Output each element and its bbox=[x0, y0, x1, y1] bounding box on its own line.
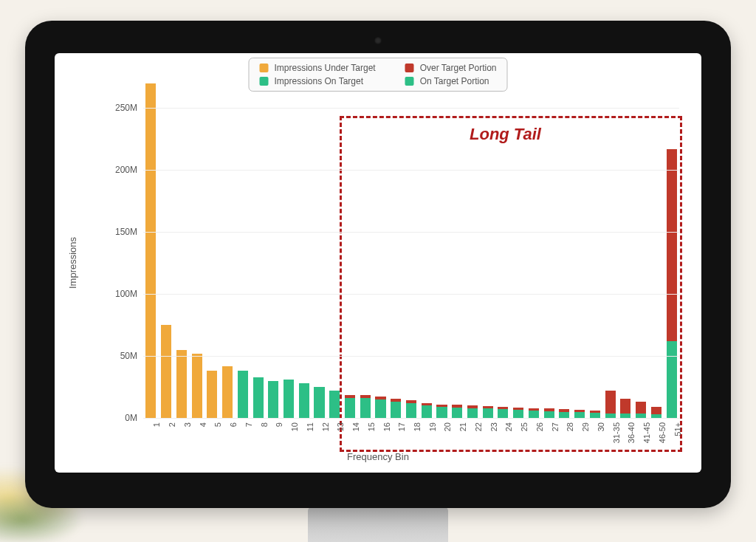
bar-segment bbox=[145, 83, 156, 418]
x-tick-label: 11 bbox=[306, 422, 315, 431]
bar bbox=[513, 408, 523, 418]
x-tick-label: 14 bbox=[351, 422, 360, 431]
bar-segment bbox=[329, 391, 340, 418]
bar bbox=[529, 408, 539, 418]
bar-segment bbox=[406, 400, 416, 403]
x-tick-label: 20 bbox=[443, 422, 452, 431]
bar bbox=[145, 83, 156, 418]
bar-segment bbox=[422, 403, 432, 406]
bar-segment bbox=[299, 383, 309, 418]
bar-segment bbox=[467, 408, 478, 418]
bar bbox=[329, 391, 340, 418]
bar bbox=[667, 149, 677, 418]
bar-segment bbox=[207, 371, 217, 418]
x-tick-label: 12 bbox=[321, 422, 330, 431]
bar-segment bbox=[513, 408, 523, 410]
bar-segment bbox=[529, 411, 539, 418]
x-tick-label: 19 bbox=[428, 422, 437, 431]
chart: Impressions Under Target Over Target Por… bbox=[55, 53, 701, 473]
bar-segment bbox=[483, 408, 493, 418]
y-tick-label: 200M bbox=[115, 165, 143, 175]
monitor-frame: Impressions Under Target Over Target Por… bbox=[25, 21, 731, 508]
bar-segment bbox=[667, 149, 677, 341]
bar bbox=[314, 387, 324, 418]
bar-segment bbox=[314, 387, 324, 418]
x-tick-label: 31-35 bbox=[612, 422, 621, 443]
bar bbox=[590, 411, 600, 418]
bar-segment bbox=[268, 381, 278, 418]
bar bbox=[375, 397, 385, 418]
gridline bbox=[143, 232, 679, 233]
bar-segment bbox=[391, 399, 401, 402]
y-tick-label: 50M bbox=[120, 351, 143, 361]
screen: Impressions Under Target Over Target Por… bbox=[55, 53, 701, 473]
bar-segment bbox=[436, 405, 447, 407]
bar bbox=[360, 395, 371, 418]
bar-segment bbox=[360, 395, 371, 398]
x-tick-label: 30 bbox=[597, 422, 605, 431]
bar-segment bbox=[498, 409, 508, 418]
bar-segment bbox=[498, 407, 508, 409]
bar bbox=[161, 325, 171, 418]
bar bbox=[605, 391, 616, 418]
x-tick-label: 21 bbox=[458, 422, 467, 431]
gridline bbox=[143, 294, 679, 295]
x-tick-label: 15 bbox=[367, 422, 376, 431]
x-tick-label: 4 bbox=[199, 422, 207, 427]
gridline bbox=[143, 108, 679, 109]
bar-segment bbox=[192, 354, 202, 418]
bar bbox=[253, 377, 264, 418]
x-tick-label: 51+ bbox=[673, 422, 682, 436]
y-tick-label: 250M bbox=[115, 103, 143, 113]
bar-segment bbox=[391, 402, 401, 418]
bar bbox=[483, 406, 493, 418]
y-tick-label: 150M bbox=[115, 227, 143, 237]
bar-segment bbox=[467, 405, 478, 408]
bar bbox=[574, 410, 585, 418]
x-tick-label: 23 bbox=[489, 422, 498, 431]
bar-segment bbox=[253, 377, 264, 418]
y-tick-label: 100M bbox=[115, 289, 143, 299]
x-axis-label: Frequency Bin bbox=[347, 451, 409, 462]
x-tick-label: 28 bbox=[566, 422, 574, 431]
x-tick-label: 41-45 bbox=[642, 422, 651, 443]
bars-container bbox=[143, 71, 679, 418]
x-tick-label: 2 bbox=[168, 422, 176, 427]
x-tick-label: 24 bbox=[504, 422, 513, 431]
bar bbox=[559, 409, 569, 418]
bar-segment bbox=[375, 397, 385, 399]
bar-segment bbox=[161, 325, 171, 418]
bar bbox=[391, 399, 401, 418]
x-tick-label: 5 bbox=[213, 422, 222, 427]
bar-segment bbox=[452, 408, 462, 418]
bar bbox=[192, 354, 202, 418]
x-tick-label: 25 bbox=[520, 422, 529, 431]
bar-segment bbox=[345, 395, 355, 398]
x-tick-label: 9 bbox=[275, 422, 284, 427]
y-axis-label: Impressions bbox=[67, 237, 78, 289]
x-tick-label: 7 bbox=[244, 422, 253, 427]
bar bbox=[467, 405, 478, 418]
bar-segment bbox=[574, 412, 585, 418]
camera-dot bbox=[374, 37, 382, 44]
bar-segment bbox=[559, 409, 569, 411]
monitor-stand bbox=[308, 507, 448, 542]
gridline bbox=[143, 418, 679, 419]
bar-segment bbox=[544, 408, 554, 411]
x-tick-label: 27 bbox=[551, 422, 560, 431]
x-tick-label: 26 bbox=[535, 422, 544, 431]
bar bbox=[498, 407, 508, 418]
bar-segment bbox=[513, 410, 523, 418]
gridline bbox=[143, 356, 679, 357]
bar bbox=[620, 399, 630, 418]
bar bbox=[452, 405, 462, 418]
bar bbox=[544, 408, 554, 418]
bar bbox=[207, 371, 217, 418]
bar-segment bbox=[636, 402, 646, 414]
x-tick-label: 16 bbox=[382, 422, 391, 431]
x-tick-label: 13 bbox=[336, 422, 345, 431]
bar bbox=[345, 395, 355, 418]
bar-segment bbox=[620, 399, 630, 414]
bar-segment bbox=[452, 405, 462, 407]
bar-segment bbox=[529, 408, 539, 411]
